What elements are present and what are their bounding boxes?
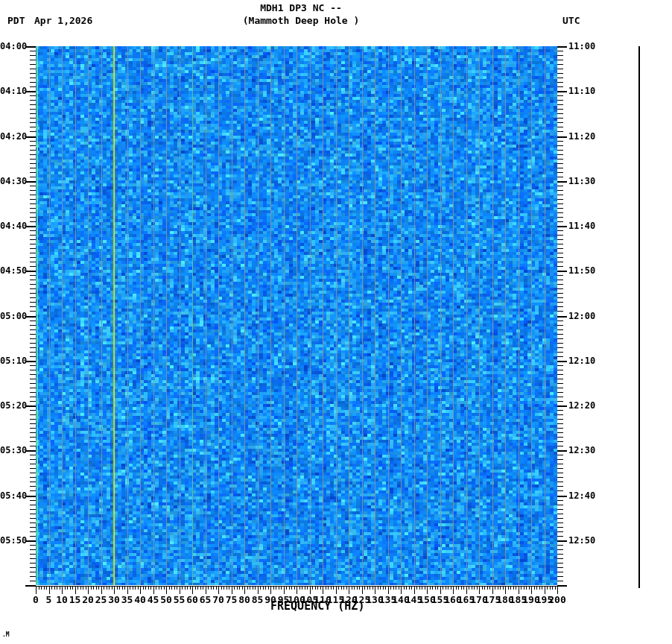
right-time-label: 12:30 xyxy=(568,446,595,455)
seismogram-trace xyxy=(638,46,640,588)
frequency-tick-label: 85 xyxy=(252,595,264,604)
frequency-tick-label: 10 xyxy=(56,595,68,604)
date-label: Apr 1,2026 xyxy=(34,15,92,26)
left-time-label: 04:30 xyxy=(0,177,27,186)
frequency-tick-label: 55 xyxy=(174,595,186,604)
left-time-label: 05:50 xyxy=(0,536,27,545)
spectrogram-figure: MDH1 DP3 NC -- (Mammoth Deep Hole ) PDT … xyxy=(0,0,672,644)
right-time-label: 12:40 xyxy=(568,491,595,500)
frequency-tick-label: 0 xyxy=(33,595,39,604)
right-time-label: 12:50 xyxy=(568,536,595,545)
right-time-label: 11:00 xyxy=(568,42,595,51)
frequency-tick-label: 50 xyxy=(160,595,172,604)
left-timezone-label: PDT xyxy=(7,15,25,26)
spectrogram-canvas[interactable] xyxy=(0,0,672,644)
frequency-tick-label: 40 xyxy=(134,595,146,604)
left-time-label: 05:40 xyxy=(0,491,27,500)
left-time-label: 05:20 xyxy=(0,401,27,410)
frequency-tick-label: 25 xyxy=(95,595,107,604)
corner-artifact-text: .M xyxy=(2,631,10,638)
frequency-tick-label: 45 xyxy=(148,595,159,604)
right-time-label: 12:00 xyxy=(568,312,595,321)
frequency-tick-label: 75 xyxy=(226,595,238,604)
frequency-tick-label: 80 xyxy=(238,595,250,604)
left-time-label: 05:10 xyxy=(0,356,27,365)
left-time-label: 04:20 xyxy=(0,132,27,141)
frequency-tick-label: 200 xyxy=(548,595,565,604)
left-time-label: 04:00 xyxy=(0,42,27,51)
frequency-tick-label: 15 xyxy=(69,595,81,604)
frequency-tick-label: 35 xyxy=(121,595,133,604)
right-time-label: 12:20 xyxy=(568,401,595,410)
right-time-label: 11:20 xyxy=(568,132,595,141)
page-subtitle: (Mammoth Deep Hole ) xyxy=(243,15,360,26)
left-time-label: 04:40 xyxy=(0,221,27,230)
right-time-label: 11:40 xyxy=(568,221,595,230)
frequency-tick-label: 30 xyxy=(108,595,120,604)
frequency-tick-label: 20 xyxy=(82,595,94,604)
frequency-tick-label: 65 xyxy=(200,595,212,604)
frequency-axis-title: FREQUENCY (HZ) xyxy=(270,599,364,613)
frequency-tick-label: 60 xyxy=(186,595,198,604)
right-time-label: 11:30 xyxy=(568,177,595,186)
right-timezone-label: UTC xyxy=(562,15,580,26)
right-time-label: 12:10 xyxy=(568,356,595,365)
right-time-label: 11:50 xyxy=(568,266,595,275)
right-time-label: 11:10 xyxy=(568,86,595,95)
page-title: MDH1 DP3 NC -- xyxy=(260,2,342,13)
left-time-label: 04:50 xyxy=(0,266,27,275)
left-time-label: 05:00 xyxy=(0,312,27,321)
left-time-label: 05:30 xyxy=(0,446,27,455)
frequency-tick-label: 5 xyxy=(46,595,52,604)
frequency-tick-label: 70 xyxy=(212,595,224,604)
left-time-label: 04:10 xyxy=(0,86,27,95)
